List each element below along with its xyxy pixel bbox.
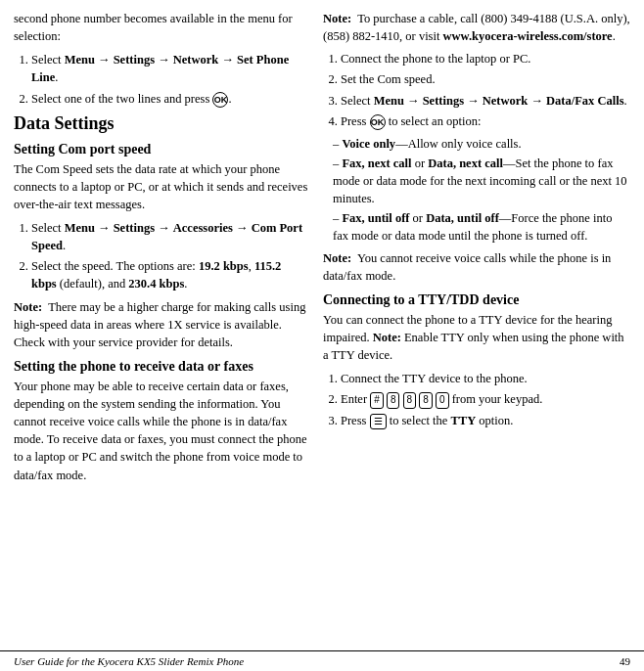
right-step-4: Press OK to select an option: — [341, 112, 630, 130]
tty-steps: Connect the TTY device to the phone. Ent… — [341, 370, 630, 429]
key-8a: 8 — [387, 392, 400, 409]
options-list: Voice only—Allow only voice calls. Fax, … — [333, 135, 630, 246]
footer-bar: User Guide for the Kyocera KX5 Slider Re… — [0, 650, 644, 671]
footer-left: User Guide for the Kyocera KX5 Slider Re… — [14, 655, 244, 667]
tty-heading: Connecting to a TTY/TDD device — [323, 292, 630, 308]
com-step-1: Select Menu → Settings → Accessories → C… — [31, 219, 309, 254]
intro-text: second phone number becomes available in… — [14, 10, 309, 45]
receive-fax-heading: Setting the phone to receive data or fax… — [14, 359, 309, 375]
right-step-3: Select Menu → Settings → Network → Data/… — [341, 92, 630, 110]
com-step-2: Select the speed. The options are: 19.2 … — [31, 257, 309, 292]
menu-icon: ☰ — [370, 414, 387, 430]
tty-note-label: Note: — [373, 331, 401, 344]
key-8c: 8 — [419, 392, 433, 409]
note-label: Note: — [14, 300, 42, 314]
option-fax-until: Fax, until off or Data, until off—Force … — [333, 209, 630, 245]
tty-step-1: Connect the TTY device to the phone. — [341, 370, 630, 387]
note-top: Note: To purchase a cable, call (800) 34… — [323, 10, 630, 45]
right-column: Note: To purchase a cable, call (800) 34… — [323, 10, 630, 647]
page-container: second phone number becomes available in… — [0, 0, 644, 671]
com-note: Note: There may be a higher charge for m… — [14, 298, 309, 351]
right-steps: Connect the phone to the laptop or PC. S… — [341, 50, 630, 130]
note-mid-label: Note: — [323, 251, 351, 265]
key-hash: # — [370, 392, 384, 409]
footer-right: 49 — [620, 655, 630, 667]
com-port-heading: Setting Com port speed — [14, 142, 309, 157]
left-column: second phone number becomes available in… — [14, 10, 309, 647]
tty-step-3: Press ☰ to select the TTY option. — [341, 412, 630, 429]
phone-line-steps: Select Menu → Settings → Network → Set P… — [31, 51, 309, 107]
option-fax-next: Fax, next call or Data, next call—Set th… — [333, 155, 630, 207]
right-step-2: Set the Com speed. — [341, 70, 630, 88]
tty-desc: You can connect the phone to a TTY devic… — [323, 311, 630, 364]
content-area: second phone number becomes available in… — [0, 0, 644, 650]
receive-fax-desc: Your phone may be able to receive certai… — [14, 378, 309, 484]
right-step-1: Connect the phone to the laptop or PC. — [341, 50, 630, 67]
com-steps: Select Menu → Settings → Accessories → C… — [31, 219, 309, 293]
step-2: Select one of the two lines and press OK… — [31, 90, 309, 108]
key-8b: 8 — [403, 392, 417, 409]
key-0: 0 — [436, 392, 449, 409]
tty-step-2: Enter # 8 8 8 0 from your keypad. — [341, 390, 630, 408]
note-mid: Note: You cannot receive voice calls whi… — [323, 249, 630, 285]
step-1: Select Menu → Settings → Network → Set P… — [31, 51, 309, 86]
note-top-label: Note: — [323, 12, 351, 25]
data-settings-heading: Data Settings — [14, 113, 309, 134]
option-voice-only: Voice only—Allow only voice calls. — [333, 135, 630, 153]
ok-icon-2: OK — [370, 114, 386, 130]
ok-icon: OK — [212, 92, 228, 108]
com-port-desc: The Com Speed sets the data rate at whic… — [14, 160, 309, 213]
url-text: www.kyocera-wireless.com/store — [443, 29, 613, 43]
